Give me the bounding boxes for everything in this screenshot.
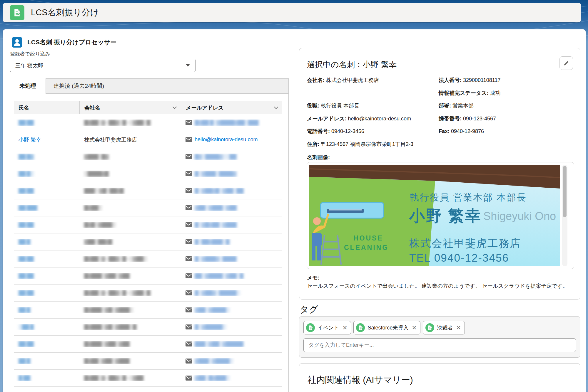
email-link[interactable]: █▒▓██▓█▒▓██▒██ (195, 188, 243, 194)
tag-card-icon (356, 323, 365, 332)
image-scrollbar[interactable] (562, 165, 567, 266)
table-row[interactable]: █ ██ █▓██▒▓─██▓▒█─▒▓██ ▓██▒█▓███▒ (14, 370, 282, 387)
email-link[interactable]: █▒▓██▓▒█████▒ (195, 290, 240, 296)
app-header-bar: LCS名刺振り分け (3, 3, 581, 22)
chevron-down-icon (274, 107, 278, 109)
company-name: ███▒ ▓█▒██▓█ (84, 188, 123, 194)
tag-pill[interactable]: イベント ✕ (303, 321, 351, 334)
contact-name-link[interactable]: ██ █ (19, 358, 30, 364)
tab-unprocessed[interactable]: 未処理 (10, 78, 46, 94)
column-header-company[interactable]: 会社名 (79, 101, 181, 114)
detail-fields: 会社名: 株式会社甲斐虎工務店 法人番号: 3290001108117 情報補完… (307, 74, 572, 151)
email-link[interactable]: ███▒▓██▒▓█████ (195, 341, 243, 347)
email-link[interactable]: █▒██▓███▒█ (195, 239, 229, 245)
table-row[interactable]: ██ █▒ ▒████▓█ █▒▓███▒████▓ (14, 165, 282, 182)
company-name: █▓██▒▓██▒▓███ (84, 358, 129, 364)
tag-input[interactable] (303, 338, 576, 352)
contact-name-link[interactable]: ██ ██ (19, 188, 34, 194)
table-row[interactable]: ██ █ █▓██▒▓██▒▓███ ▓███▒▓████▒ (14, 353, 282, 370)
tag-pill[interactable]: 決裁者 ✕ (423, 321, 465, 334)
email-link[interactable]: ▓██▒█▓███▒ (195, 375, 229, 381)
field-label: 役職: (307, 103, 319, 109)
table-row[interactable]: ██ █ █▓███▒▓█▒▓███▒ ▓██▒▓████▒ (14, 302, 282, 319)
email-link[interactable]: █▒▓███▓▒████ (195, 256, 236, 262)
table-row[interactable]: ██ ██ █▓█▒▓███▒ █▒▓█▓██▒▓███ (14, 216, 282, 233)
field-value: 0940-12-9876 (451, 128, 484, 134)
table-row[interactable]: ██ ███ █▓██▒ ▓██▒▓███▒▓██ (14, 199, 282, 216)
tab-linked-24h[interactable]: 連携済 (過去24時間) (46, 78, 288, 94)
field-value: 成功 (490, 90, 501, 96)
contact-name-link[interactable]: ██ ███ (19, 205, 37, 211)
table-row[interactable]: ▒██ █ █▓███▒▓█▒▓███▒█ █▒▓█████▒ (14, 319, 282, 336)
table-row[interactable]: ██ ██ █▓██▒▓─██▓▒█─▒▓██▒█ █▓██ █▒▓████▓█… (14, 114, 282, 131)
contact-name-link[interactable]: ██ ██ (19, 341, 34, 347)
company-name: █▓█▒▓███▒ (84, 222, 116, 228)
table-row[interactable]: ██ ██ █▓██▒▓─██▓▒█─▒▓██▒█ █▒▓██▓▒█████▒ (14, 285, 282, 302)
contact-name-link[interactable]: ██ ██ (19, 290, 34, 296)
table-row[interactable]: 小野 繁幸 株式会社甲斐虎工務店 hello@kainotora-desu.co… (14, 131, 282, 148)
tag-label: 決裁者 (437, 324, 453, 331)
contact-name-link[interactable]: ▒██ █ (19, 324, 34, 330)
field-label: Fax: (439, 128, 450, 134)
field-label: メールアドレス: (307, 116, 347, 122)
field-label: 情報補完ステータス: (439, 90, 489, 96)
company-name: █▓██▒▓─██▓▒█─▒▓██▒█ (84, 290, 150, 296)
memo-label: メモ: (307, 274, 320, 281)
email-link[interactable]: hello@kainotora-desu.com (195, 137, 258, 143)
email-icon (186, 222, 192, 227)
contact-name-link[interactable]: ██ ██ (19, 273, 34, 279)
contact-name-link[interactable]: ██ █▓ (19, 154, 34, 159)
email-link[interactable]: █▒▓█████▒ (195, 324, 226, 330)
table-row[interactable]: ██ ██ █▓███▒▓██▒▓██ ██▒▓████▒▓██▒█ (14, 267, 282, 285)
email-link[interactable]: ▓██▒▓████▒ (195, 307, 229, 313)
contact-name-link[interactable]: 小野 繁幸 (19, 137, 41, 143)
contact-name-link[interactable]: ██ ██ (19, 120, 34, 125)
column-header-name: 氏名 (14, 101, 79, 114)
contact-name-link[interactable]: ██ █ (19, 239, 30, 245)
contact-name-link[interactable]: ██ █▒ (19, 171, 34, 176)
email-link[interactable]: ▓██▒▓███▒▓██ (195, 205, 236, 211)
tag-label: イベント (318, 324, 339, 331)
email-link[interactable]: █▓▒████▓▒▒██ (195, 154, 236, 160)
email-icon (186, 376, 192, 381)
email-icon (186, 324, 192, 329)
svg-text:株式会社甲斐虎工務店: 株式会社甲斐虎工務店 (409, 237, 521, 249)
email-link[interactable]: █▓██ █▒▓████▓██▒███ (195, 120, 258, 126)
email-link[interactable]: █▒▓█▓██▒▓███ (195, 222, 236, 228)
main-content-card: LCS名刺 振り分けプロセッサー 登録者で絞り込み 三年 寝太郎 未処理 連携済… (3, 29, 586, 392)
registrant-filter-select[interactable]: 三年 寝太郎 (10, 59, 196, 72)
contact-name-link[interactable]: ██ ██ (19, 256, 34, 262)
pencil-icon (563, 60, 569, 66)
email-link[interactable]: █▒▓███▒████▓ (195, 171, 236, 177)
company-name: █▓███▒▓█▒▓███▒ (84, 307, 133, 313)
field-value: 執行役員 本部長 (321, 103, 359, 109)
contact-name-link[interactable]: █ ██ (19, 375, 30, 381)
contact-name-link[interactable]: ██ ██ (19, 222, 34, 228)
image-scrollbar-thumb[interactable] (563, 166, 567, 217)
company-name: █▓██▒▓─██▓▒█─▒▓██▒ (84, 256, 147, 262)
selected-card-title: 選択中の名刺：小野 繁幸 (307, 59, 572, 70)
email-link[interactable]: ▓███▒▓████▒ (195, 358, 233, 364)
table-row[interactable]: ██ █▓ ▓███▒█▓ █▓▒████▓▒▒██ (14, 148, 282, 165)
tag-pill[interactable]: Salesforce未導入 ✕ (353, 321, 420, 334)
tab-strip: 未処理 連携済 (過去24時間) (10, 78, 288, 94)
field-value: 営業本部 (452, 103, 474, 109)
email-link[interactable]: ██▒▓████▒▓██▒█ (195, 273, 243, 279)
email-icon (186, 290, 192, 295)
table-row[interactable]: ██ ██ ███▒ ▓█▒██▓█ █▒▓██▓█▒▓██▒██ (14, 182, 282, 199)
field-value: 3290001108117 (463, 77, 500, 83)
tag-remove-icon[interactable]: ✕ (342, 324, 348, 331)
select-caret-icon (186, 64, 190, 67)
table-row[interactable]: ██ ██ █▓███▒▓██▒▓██ ███▒▓██▒▓█████ (14, 336, 282, 353)
email-icon (186, 188, 192, 193)
table-row[interactable]: ██▒███▓ ▒▓█▒██─█▒▓███ ███▒▓███▒▓█ (14, 387, 282, 392)
edit-button[interactable] (559, 56, 573, 70)
company-name: ▒████▓█ (84, 171, 108, 176)
tag-remove-icon[interactable]: ✕ (411, 324, 417, 331)
field-value: 株式会社甲斐虎工務店 (326, 77, 379, 83)
table-row[interactable]: ██ ██ █▓██▒▓─██▓▒█─▒▓██▒ █▒▓███▓▒████ (14, 250, 282, 267)
tag-remove-icon[interactable]: ✕ (455, 324, 461, 331)
table-row[interactable]: ██ █ ▓██▒██▓█ █▒██▓███▒█ (14, 233, 282, 250)
column-header-email[interactable]: メールアドレス (181, 101, 282, 114)
contact-name-link[interactable]: ██ █ (19, 307, 30, 313)
